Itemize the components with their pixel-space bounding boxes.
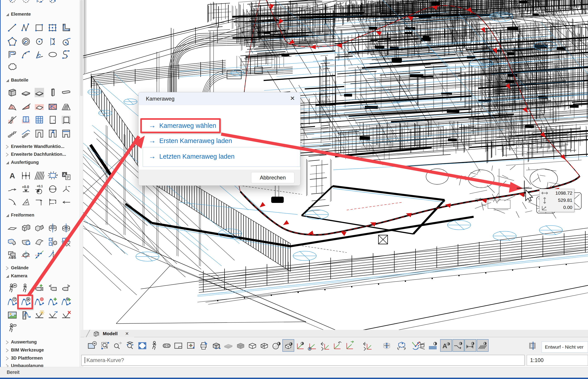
svg-text:+0.0: +0.0 (22, 185, 29, 189)
svg-text:A: A (442, 342, 447, 349)
svg-text:A: A (10, 171, 15, 180)
svg-text:+0.1: +0.1 (37, 184, 43, 188)
svg-text:A⊕B: A⊕B (9, 256, 16, 259)
